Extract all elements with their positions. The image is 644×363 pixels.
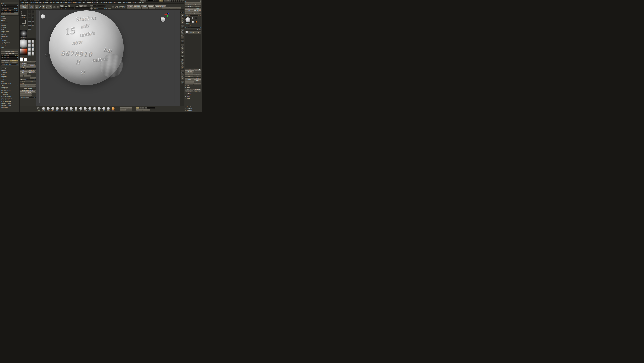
shelf-icon[interactable]: ⊟ <box>181 81 184 83</box>
import-button[interactable]: Import <box>185 7 193 9</box>
pencil-icon[interactable]: ✎ <box>198 29 200 30</box>
y-axis-button[interactable]: Y <box>142 107 144 109</box>
tool-section-header[interactable]: ► Boolean <box>185 92 202 94</box>
brush-item[interactable]: Standar <box>46 107 50 111</box>
brush-item[interactable]: ClayTul <box>64 107 69 111</box>
visible-count-slider[interactable]: Visible Count11 <box>185 27 202 28</box>
shelf-icon-item[interactable]: ◧ L.Sym <box>181 40 184 43</box>
menu-item[interactable]: Render <box>104 2 107 3</box>
move-up-button[interactable]: ▲ <box>194 70 198 72</box>
auto-reorder-button[interactable]: AutoReorder <box>193 72 202 74</box>
mini-brush[interactable]: ClipRec <box>31 14 34 18</box>
keyshot-label[interactable]: Keyshot <box>20 82 36 84</box>
shelf-icon-item[interactable]: ⊞ Scroll <box>181 14 184 17</box>
palette-section-item[interactable]: SpotLight <box>0 27 19 28</box>
titlebar-icon[interactable] <box>180 0 182 1</box>
zplugin-item[interactable]: Misc Utilities <box>0 86 19 88</box>
titlebar-icon[interactable] <box>182 0 184 1</box>
subtool-next-button[interactable]: ▶ <box>198 69 202 70</box>
current-brush-thumb[interactable] <box>20 10 27 17</box>
paste-subtool-button[interactable]: Paste <box>193 76 202 77</box>
mask-button[interactable]: Rename <box>141 5 147 7</box>
x-axis-button[interactable]: X <box>140 107 142 109</box>
palette-section-item[interactable]: Analysis <box>0 79 19 81</box>
split-screen-slider[interactable]: Split Screen0 <box>25 79 36 80</box>
append-button[interactable]: Append <box>194 78 202 79</box>
scale-slider[interactable]: Scale0 <box>147 107 155 109</box>
mode-button[interactable]: ◱ Scale <box>46 5 49 9</box>
mask-button[interactable]: BlurMask <box>126 5 133 7</box>
rename-button[interactable]: Rename <box>185 72 193 74</box>
shelf-icon-item[interactable]: ✛ Xyz <box>181 44 184 47</box>
shelf-icon-item[interactable]: ⊟ Xpose <box>181 81 184 84</box>
zplugin-item[interactable]: Multi Map Exporter <box>0 104 19 106</box>
palette-section-item[interactable]: Geometry <box>0 45 19 47</box>
shelf-wide-button[interactable]: AccuCurve <box>20 95 32 96</box>
menu-item[interactable]: Layer <box>56 2 59 3</box>
y-axis-arrow-icon[interactable] <box>167 15 169 18</box>
zadd-button[interactable]: Zadd <box>75 5 79 7</box>
zplugin-item[interactable]: Projection Master <box>0 90 19 92</box>
titlebar-icon[interactable] <box>174 0 175 1</box>
palette-section-item[interactable]: Decimation Master <box>0 83 19 84</box>
mem-slider[interactable]: Doc Undo20 <box>1 4 18 6</box>
compression-button[interactable]: Compression <box>10 62 18 63</box>
quicksave-button[interactable]: QuickSave <box>140 0 146 1</box>
del-all-button[interactable]: Del All <box>194 83 202 85</box>
shelf-icon[interactable]: ◰ <box>181 29 184 31</box>
tool-section-header[interactable]: ► NanoMesh <box>185 110 202 111</box>
brush-item[interactable]: TrimDy <box>102 107 106 111</box>
menu-item[interactable]: Stencil <box>108 2 112 3</box>
mirror-and-weld-button[interactable]: Mirror And Weld <box>170 7 181 9</box>
square-button[interactable]: Square <box>28 81 36 82</box>
palette-section-item[interactable]: GoZ <box>0 81 19 82</box>
tool-section-header[interactable]: ► Project <box>185 96 202 97</box>
palette-section-item[interactable]: Edit <box>0 37 19 39</box>
reserved-undo-memory-slider[interactable]: Reserved Undo Memory0.9 <box>1 64 18 65</box>
palette-section-item[interactable]: 3DMouse <box>0 34 19 36</box>
palette-section-item[interactable]: Startup <box>0 23 19 25</box>
recent-tool-thumb[interactable] <box>192 21 194 23</box>
lightbox-tools-button[interactable]: Lightbox►Tools <box>185 13 202 14</box>
focal-shift-slider[interactable]: Focal Shift0 <box>93 5 106 6</box>
tool-section-header[interactable]: ► Extract <box>185 97 202 99</box>
recent-tool-thumb[interactable]: S <box>195 21 198 23</box>
xyz-button[interactable]: Xyz <box>136 107 139 109</box>
mini-mask-brush[interactable]: MaskPe <box>28 18 31 22</box>
undo-history-slider[interactable]: Max Undo History10000 <box>1 55 18 56</box>
all-low-button[interactable]: All Low <box>185 74 193 75</box>
titlebar-icon[interactable] <box>176 0 177 1</box>
zplugin-item[interactable]: PolyGroupIt <box>0 106 19 108</box>
shelf-icon[interactable]: ◫ <box>181 25 184 27</box>
subtool-prev-button[interactable]: ◀ <box>194 69 198 70</box>
zplugin-item[interactable]: Decimation Master <box>0 99 19 101</box>
palette-section-item[interactable]: ImportExport <box>0 21 19 23</box>
brush-item[interactable]: Clay <box>78 107 83 111</box>
palette-section-item[interactable]: Transpose <box>0 39 19 41</box>
menu-item[interactable]: Color <box>29 2 32 3</box>
shelf-icon-item[interactable]: ▦ Line Fill <box>181 58 184 62</box>
recent-tool-thumb[interactable]: ✶ <box>195 17 198 19</box>
menu-item[interactable]: Help <box>142 2 144 3</box>
subtool-section-header[interactable]: ▼ Subtool <box>185 25 202 27</box>
mini-mask-brush[interactable]: TrimRe <box>31 18 34 22</box>
mode-button[interactable]: ✎ Edit <box>35 5 38 9</box>
palette-section-item[interactable]: Zscript <box>0 19 19 21</box>
shelf-icon[interactable]: ▥ <box>181 62 184 65</box>
sculpt-sphere[interactable]: Stuck at only 15 undo's now 5678910 but … <box>49 10 124 85</box>
copy-tool-button[interactable]: Copy Tool <box>185 6 193 7</box>
z-intensity-slider[interactable]: Z Intensity25 <box>75 7 90 9</box>
goz-all-button[interactable]: All <box>189 11 192 13</box>
mask-button[interactable]: ShrinkMask <box>149 7 155 9</box>
menu-item[interactable]: Stroke <box>113 2 116 3</box>
fill-object-button[interactable]: FillObject <box>20 63 28 64</box>
shelf-icon[interactable]: ◧ <box>181 40 184 42</box>
secondary-color-swatch[interactable] <box>24 58 27 61</box>
brush-item[interactable]: ZModel <box>111 107 115 111</box>
dynamic-label[interactable]: Dynamic <box>108 8 111 9</box>
focal-shift-icon[interactable] <box>90 5 93 7</box>
movie-next-button[interactable]: ▶ <box>24 75 27 77</box>
enable-saving-button[interactable]: Enable Saving <box>1 60 10 61</box>
goz-visible-button[interactable]: Visible <box>193 11 199 13</box>
goz-button[interactable]: GoZ <box>185 11 189 13</box>
